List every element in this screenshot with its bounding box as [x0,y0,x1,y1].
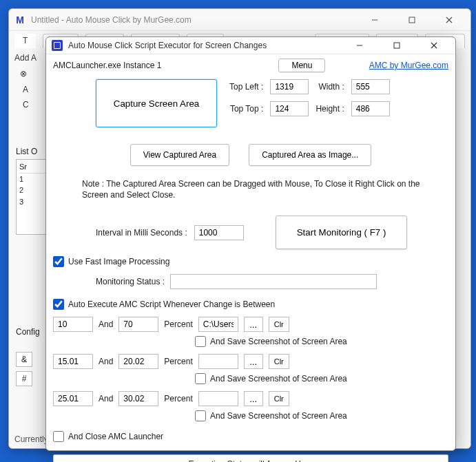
save-screenshot-checkbox-1[interactable] [195,336,206,347]
and-label: And [99,319,113,329]
auto-execute-label: Auto Execute AMC Script Whenever Change … [68,300,275,309]
list-label: List O [16,147,37,156]
captured-area-image-button[interactable]: Captured Area as Image... [249,144,371,166]
from-input-1[interactable] [53,317,93,332]
list-header: Sr [19,161,47,174]
coords-grid: Top Left : Width : Top Top : Height : [229,79,390,116]
capture-label: Capture Screen Area [114,98,199,109]
x-icon: ⊗ [20,66,27,82]
browse-button-3[interactable]: ... [244,391,263,406]
execution-status: Execution Status will Appear Here [53,454,448,462]
close-launcher-checkbox[interactable] [53,431,64,442]
child-close-button[interactable] [418,37,450,54]
percent-label: Percent [164,357,192,366]
percent-label: Percent [164,319,192,329]
auto-execute-checkbox[interactable] [53,299,64,310]
top-left-label: Top Left : [229,82,263,92]
add-label: Add A [14,50,37,66]
monitoring-status-label: Monitoring Status : [96,277,165,286]
app-icon [52,40,63,51]
app-logo-icon: M [14,14,25,25]
top-top-input[interactable] [270,101,309,116]
clear-button-2[interactable]: Clr [269,354,289,369]
from-input-3[interactable] [53,391,93,406]
from-input-2[interactable] [53,354,93,369]
browse-button-1[interactable]: ... [244,317,263,332]
a-label: A [23,82,28,98]
save-screenshot-label: And Save Screenshot of Screen Area [210,411,347,421]
parent-title: Untitled - Auto Mouse Click by MurGee.co… [31,15,192,25]
config-label: Config [16,327,40,337]
interval-input[interactable] [194,225,244,240]
child-maximize-button[interactable] [381,37,413,54]
parent-status: Currently [14,434,48,444]
fast-image-checkbox[interactable] [53,256,64,267]
interval-label: Interval in Milli Seconds : [96,228,187,238]
browse-button-2[interactable]: ... [244,354,263,369]
clear-button-1[interactable]: Clr [269,317,289,332]
capture-screen-area-button[interactable]: Capture Screen Area [96,79,217,127]
top-top-label: Top Top : [229,104,263,114]
and-label: And [99,394,113,403]
parent-small-buttons: & # [16,352,32,386]
svg-rect-1 [409,17,415,23]
parent-maximize-button[interactable] [396,12,428,28]
save-screenshot-checkbox-3[interactable] [195,410,206,421]
close-launcher-label: And Close AMC Launcher [68,432,163,441]
start-monitoring-button[interactable]: Start Monitoring ( F7 ) [276,216,408,249]
child-window: Auto Mouse Click Script Executor for Scr… [45,36,456,451]
parent-toolbar-left: Add A ⊗X A C [14,50,37,113]
width-label: Width : [315,82,344,92]
path-input-1[interactable] [198,317,238,332]
child-title: Auto Mouse Click Script Executor for Scr… [68,41,267,50]
to-input-3[interactable] [118,391,158,406]
murgee-link[interactable]: AMC by MurGee.com [369,61,448,70]
to-input-1[interactable] [118,317,158,332]
top-left-input[interactable] [270,79,309,94]
instance-label: AMCLauncher.exe Instance 1 [53,61,161,70]
list-item[interactable]: 2 [19,185,47,196]
save-screenshot-label: And Save Screenshot of Screen Area [210,337,347,346]
menu-button[interactable]: Menu [278,59,325,72]
view-captured-area-button[interactable]: View Captured Area [130,144,230,166]
parent-minimize-button[interactable] [359,12,391,28]
child-titlebar: Auto Mouse Click Script Executor for Scr… [46,37,455,54]
to-input-2[interactable] [118,354,158,369]
amp-button[interactable]: & [16,352,32,367]
path-input-3[interactable] [198,391,238,406]
note-text: Note : The Captured Area Screen can be D… [82,178,422,200]
parent-titlebar: M Untitled - Auto Mouse Click by MurGee.… [9,9,470,31]
child-minimize-button[interactable] [344,37,375,54]
and-label: And [99,357,113,366]
list-item[interactable]: 3 [19,196,47,208]
list-item[interactable]: 1 [19,174,47,185]
path-input-2[interactable] [198,354,238,369]
tab-t[interactable]: T [14,34,36,48]
clear-button-3[interactable]: Clr [269,391,289,406]
hash-button[interactable]: # [16,371,32,386]
save-screenshot-label: And Save Screenshot of Screen Area [210,374,347,384]
height-label: Height : [315,104,344,114]
parent-close-button[interactable] [433,12,465,28]
width-input[interactable] [351,79,390,94]
svg-rect-5 [394,43,400,48]
save-screenshot-checkbox-2[interactable] [195,373,206,384]
percent-label: Percent [164,394,192,403]
fast-image-label: Use Fast Image Processing [68,257,169,266]
c-label: C [23,97,29,113]
monitoring-status-field[interactable] [170,274,377,289]
height-input[interactable] [351,101,390,116]
